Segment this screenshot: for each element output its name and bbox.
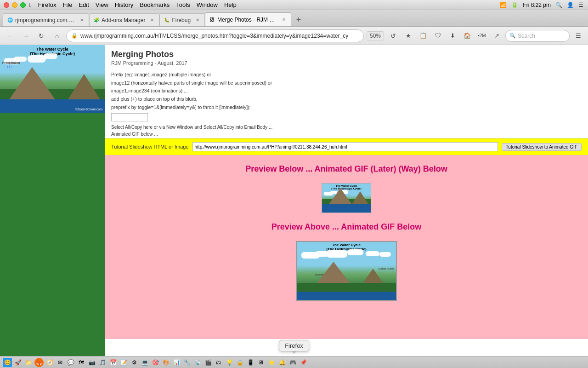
taskbar-firefox[interactable]: 🦊 [34,358,44,367]
water-body [0,99,105,113]
taskbar-app3[interactable]: 📊 [172,358,181,367]
counter-button[interactable]: •2M [476,30,488,42]
help-menu[interactable]: Help [224,1,237,8]
menu-button[interactable]: ☰ [572,30,584,42]
taskbar-notes[interactable]: 📝 [119,358,128,367]
taskbar-calendar[interactable]: 📅 [108,358,118,367]
tools-menu[interactable]: Tools [176,1,190,8]
animated-gif-link[interactable]: Animated GIF below ... [111,131,582,138]
reload-button[interactable]: ↻ [35,29,48,42]
large-cloud-6 [379,252,391,257]
taskbar-app8[interactable]: 💡 [225,358,234,367]
taskbar-photos[interactable]: 📷 [87,358,96,367]
refresh-button[interactable]: ↺ [387,29,400,42]
taskbar-app14[interactable]: 🎮 [288,358,297,367]
body-line-1: Prefix (eg: image1,image2 (multiple imag… [111,71,582,78]
tab-3[interactable]: 🐛 Firebug ✕ [159,13,205,26]
taskbar-finder[interactable]: 😊 [3,358,12,367]
main-content: The Water Cycle (The Hydrologic Cycle) ↓… [0,45,588,356]
taskbar-mail[interactable]: ✉ [56,358,65,367]
action-links: Select All/Copy here or via New Window a… [111,124,582,138]
slideshow-to-gif-button[interactable]: Tutorial Slideshow to Animated GIF [502,143,582,151]
titlebar:  Firefox File Edit View History Bookmar… [0,0,588,10]
tab-2[interactable]: 🧩 Add-ons Manager ✕ [89,13,159,26]
taskbar-app13[interactable]: 🔔 [277,358,287,367]
new-tab-button[interactable]: + [292,13,305,26]
close-button[interactable] [4,2,9,8]
taskbar-safari[interactable]: 🧭 [45,358,54,367]
cloud-4 [44,53,57,59]
tab-2-label: Add-ons Manager [102,17,145,23]
home-button[interactable]: ⌂ [51,29,63,42]
history-menu[interactable]: History [115,1,133,8]
taskbar-app15[interactable]: 📌 [299,358,308,367]
slideshow-banner: Tutorial Slideshow HTML or Image Tutoria… [105,138,588,155]
tab-1-close[interactable]: ✕ [79,17,85,23]
shield-button[interactable]: 🛡 [432,30,444,42]
firefox-menu[interactable]: Firefox [38,1,57,8]
slideshow-url-input[interactable] [192,142,498,151]
user-icon[interactable]: 👤 [567,2,574,8]
mini-water-1 [322,204,371,213]
taskbar-launchpad[interactable]: 🚀 [13,358,23,367]
tab-3-close[interactable]: ✕ [194,17,201,23]
taskbar-app9[interactable]: 🔒 [235,358,244,367]
taskbar-app10[interactable]: 📱 [246,358,255,367]
search-icon[interactable]: 🔍 [555,2,562,8]
bookmark-star-button[interactable]: ★ [402,30,414,42]
taskbar-app5[interactable]: 📡 [193,358,202,367]
menu-icon[interactable]: ☰ [578,2,583,8]
share-button[interactable]: ↗ [491,30,503,42]
taskbar-terminal[interactable]: 💻 [140,358,149,367]
article-header: Merging Photos RJM Programming - August,… [105,45,588,71]
tab-3-favicon: 🐛 [164,17,170,23]
tab-4[interactable]: 🖼 Merge Photos - RJM Progra... ✕ [205,12,291,26]
taskbar-itunes[interactable]: 🎵 [98,358,107,367]
minimize-button[interactable] [12,2,17,8]
download-button[interactable]: ⬇ [447,30,458,42]
edit-menu[interactable]: Edit [79,1,89,8]
apple-menu[interactable]:  [29,1,32,8]
taskbar-messages[interactable]: 💬 [66,358,75,367]
mini-mountain-2 [352,191,368,204]
taskbar-app6[interactable]: 🎬 [204,358,213,367]
taskbar-files[interactable]: 📁 [24,358,33,367]
forward-button[interactable]: → [19,29,32,42]
window-menu[interactable]: Window [197,1,218,8]
taskbar-app12[interactable]: ⭐ [267,358,276,367]
taskbar-app2[interactable]: 🎨 [161,358,170,367]
view-menu[interactable]: View [96,1,108,8]
taskbar-app11[interactable]: 🖥 [256,358,266,367]
slideshow-label: Tutorial Slideshow HTML or Image [111,144,189,150]
prefix-input[interactable] [111,113,148,121]
clipboard-button[interactable]: 📋 [417,30,429,42]
tab-1-favicon: 🌐 [7,17,13,23]
taskbar-app1[interactable]: 🎯 [151,358,160,367]
search-bar[interactable]: 🔍 Search [505,30,570,42]
preview-image-large: The Water Cycle (The Hydrologic Cycle) S… [296,241,397,301]
large-cloud-3 [327,250,347,258]
taskbar-app7[interactable]: 🗂 [214,358,223,367]
tab-2-close[interactable]: ✕ [149,17,155,23]
tab-1[interactable]: 🌐 rjmprogramming.com.au/tod... ✕ [3,13,89,26]
back-button[interactable]: ← [4,29,17,42]
select-all-link[interactable]: Select All/Copy here or via New Window a… [111,124,582,131]
taskbar-prefs[interactable]: ⚙ [130,358,139,367]
bookmarks-menu[interactable]: Bookmarks [140,1,170,8]
large-cloud-4 [347,249,363,255]
body-line-5: preprefix by toggle=1&[immediately=y&] t… [111,104,582,111]
preview-title-2: Preview Above ... Animated GIF Below [271,222,422,232]
traffic-lights [4,2,26,8]
house-button[interactable]: 🏠 [461,30,473,42]
maximize-button[interactable] [20,2,26,8]
tab-2-favicon: 🧩 [93,17,100,23]
cloud-3 [28,55,46,63]
file-menu[interactable]: File [62,1,72,8]
tab-4-close[interactable]: ✕ [281,17,287,23]
taskbar-app4[interactable]: 🔧 [182,358,192,367]
right-panel: Merging Photos RJM Programming - August,… [105,45,588,356]
body-line-3: image1,image234 (combinations) ... [111,87,582,94]
url-bar[interactable]: 🔒 www.rjmprogramming.com.au/HTMLCSS/merg… [66,29,364,42]
taskbar-maps[interactable]: 🗺 [77,358,86,367]
zoom-indicator: 50% [367,31,384,40]
